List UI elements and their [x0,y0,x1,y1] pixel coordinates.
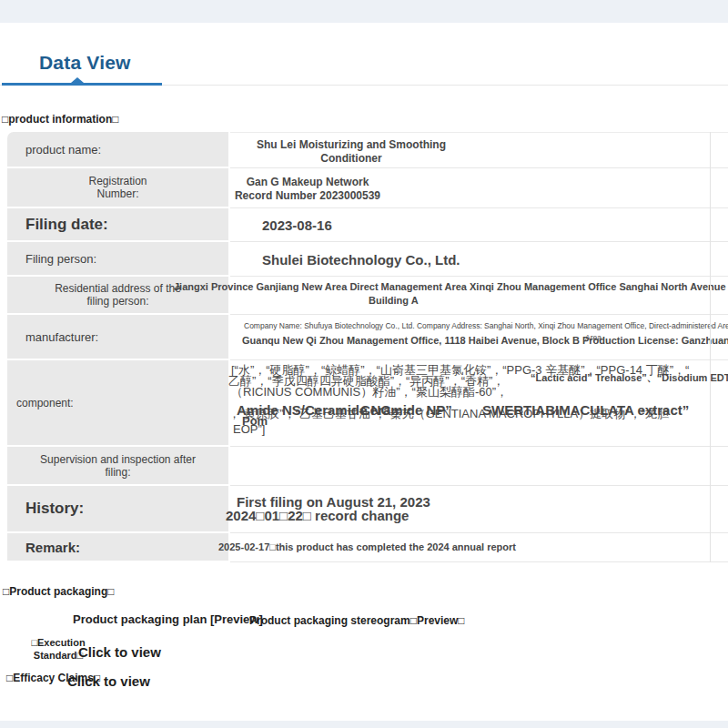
row-value: Gan G Makeup Network Record Number 20230… [230,168,728,208]
row-value: 2025-02-17□this product has completed th… [230,533,728,562]
row-value: 2023-08-16 [230,208,728,242]
registration-number-value: Gan G Makeup Network Record Number 20230… [230,176,385,203]
row-label: component: [7,360,230,447]
table-row-registration-number: Registration Number: Gan G Makeup Networ… [7,168,728,208]
manufacturer-line1: Company Name: Shufuya Biotechnology Co.,… [244,321,728,330]
component-cn-line3: （RICINUS COMMUNIS）籽油”，“聚山梨醇酯-60”， [231,384,508,400]
address-line1: Jiangxi Province Ganjiang New Area Direc… [174,281,728,292]
table-right-rule [710,132,711,562]
row-label: Filing person: [7,242,230,277]
packaging-stereogram-preview-link[interactable]: Product packaging stereogram□Preview□ [249,614,465,627]
product-name-value: Shu Lei Moisturizing and Smoothing Condi… [247,138,456,166]
filing-person-value: Shulei Biotechnology Co., Ltd. [262,252,460,268]
component-en-overlay2: Ceramide NP” [360,402,452,418]
row-value [230,447,728,486]
row-label: manufacturer: [7,315,230,360]
row-value: Company Name: Shufuya Biotechnology Co.,… [230,315,728,360]
active-tab-underline [2,83,162,86]
table-row-history: History: First filing on August 21, 2023… [7,486,728,533]
component-en-lactic: “Lactic acid” Trehalose”、“Disodium EDTA” [531,371,728,385]
filing-date-value: 2023-08-16 [262,217,332,233]
row-label: Filing date: [7,208,230,242]
top-band [0,0,728,23]
table-row-filing-date: Filing date: 2023-08-16 [7,208,728,242]
product-info-table: product name: Shu Lei Moisturizing and S… [7,132,728,562]
table-row-product-name: product name: Shu Lei Moisturizing and S… [7,132,728,168]
section-product-information: □product information□ [2,113,118,126]
table-row-manufacturer: manufacturer: Company Name: Shufuya Biot… [7,315,728,360]
row-value: Shu Lei Moisturizing and Smoothing Condi… [230,132,728,168]
execution-standard-view-link[interactable]: Click to view [78,644,161,660]
manufacturer-line2: Guanqu New Qi Zhou Management Office, 11… [242,335,728,346]
component-en-overlay3: SWERTIABIMACULATA extract” [482,402,689,418]
active-tab-pointer-icon [71,77,84,83]
table-row-supervision: Supervision and inspection after filing: [7,447,728,486]
table-row-remark: Remark: 2025-02-17□this product has comp… [7,533,728,562]
row-value: Jiangxi Province Ganjiang New Area Direc… [230,277,728,315]
row-value: First filing on August 21, 2023 2024□01□… [230,486,728,533]
table-row-residential-address: Residential address of the filing person… [7,277,728,315]
table-row-component: component: [“水”，“硬脂醇”，“鲸蜡醇”，“山嵛基三甲基氯化铵”，… [7,360,728,447]
efficacy-claims-view-link[interactable]: Click to view [67,673,150,689]
address-line2: Building A [369,295,419,306]
tab-data-view[interactable]: Data View [39,52,131,74]
row-label: Registration Number: [7,168,230,208]
history-line2: 2024□01□22□ record change [226,508,409,523]
bottom-band [0,721,728,728]
data-view-page: Data View □product information□ product … [0,0,728,728]
section-product-packaging: □Product packaging□ [3,585,115,598]
remark-value: 2025-02-17□this product has completed th… [218,541,516,552]
row-value: [“水”，“硬脂醇”，“鲸蜡醇”，“山嵛基三甲基氯化铵”，“PPG-3 辛基醚”… [230,360,728,447]
component-tail: EOP”] [233,422,265,436]
row-label: product name: [7,132,230,168]
row-label: Supervision and inspection after filing: [7,447,230,486]
row-label: History: [7,486,230,533]
table-row-filing-person: Filing person: Shulei Biotechnology Co.,… [7,242,728,277]
row-value: Shulei Biotechnology Co., Ltd. [230,242,728,277]
packaging-plan-preview-link[interactable]: Product packaging plan [Preview] [73,612,263,626]
row-label: Remark: [7,533,230,562]
